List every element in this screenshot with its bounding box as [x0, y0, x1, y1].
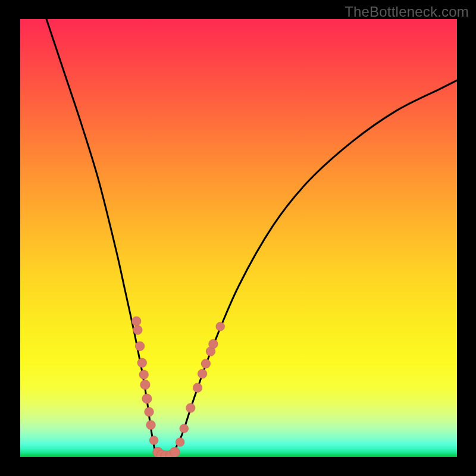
- data-marker: [198, 369, 206, 378]
- data-marker: [186, 403, 195, 412]
- data-marker: [146, 421, 155, 430]
- data-marker: [193, 383, 202, 392]
- data-marker: [139, 370, 148, 379]
- data-marker: [180, 424, 189, 433]
- data-marker: [140, 380, 150, 390]
- watermark-text: TheBottleneck.com: [345, 4, 469, 20]
- data-marker: [201, 359, 210, 368]
- bottleneck-curve: [46, 19, 457, 457]
- data-marker: [149, 436, 158, 445]
- chart-frame: TheBottleneck.com: [0, 0, 476, 476]
- data-marker: [137, 358, 146, 367]
- data-marker: [135, 342, 144, 350]
- data-marker: [133, 325, 142, 334]
- data-marker: [176, 438, 184, 447]
- chart-svg: [20, 19, 457, 457]
- data-marker: [216, 322, 225, 331]
- data-marker: [145, 408, 154, 416]
- data-marker: [209, 339, 218, 348]
- data-marker: [170, 447, 180, 458]
- data-marker: [132, 317, 141, 325]
- marker-group: [132, 317, 225, 457]
- plot-area: [20, 19, 457, 457]
- data-marker: [142, 394, 152, 403]
